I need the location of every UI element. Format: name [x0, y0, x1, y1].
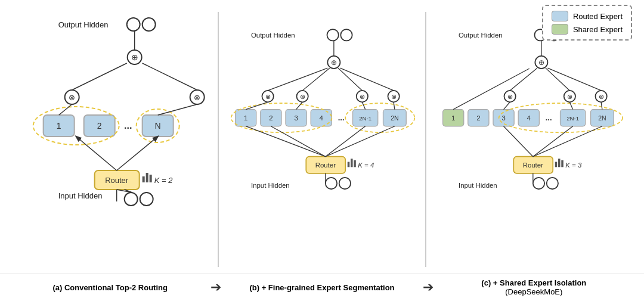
svg-text:⊗: ⊗: [391, 93, 397, 100]
diagrams-row: Output Hidden ⊕ ⊗ ⊗ 1: [0, 0, 644, 273]
output-hidden-label-a: Output Hidden: [58, 20, 109, 29]
diagram-a: Output Hidden ⊕ ⊗ ⊗ 1: [12, 6, 218, 273]
svg-rect-32: [125, 193, 138, 206]
svg-line-65: [302, 68, 330, 91]
svg-text:Output Hidden: Output Hidden: [251, 32, 295, 39]
svg-rect-77: [354, 160, 357, 167]
svg-text:3: 3: [501, 114, 505, 122]
svg-text:⊗: ⊗: [300, 93, 305, 100]
svg-text:K = 3: K = 3: [565, 162, 582, 169]
label-b: (b) + Fine-grained Expert Segmentation: [224, 283, 420, 292]
svg-text:2: 2: [97, 121, 102, 131]
svg-line-79: [246, 126, 326, 157]
svg-rect-1: [143, 18, 156, 31]
svg-line-68: [246, 102, 268, 109]
diagram-c-content: Output Hidden ⊕ ⊗ ⊗ ⊗ 1: [432, 11, 626, 213]
svg-text:⊕: ⊕: [538, 58, 544, 67]
svg-rect-124: [561, 160, 564, 167]
label-c-text: (c) + Shared Expert Isolation: [481, 278, 586, 287]
svg-rect-85: [326, 178, 337, 189]
legend: Routed Expert Shared Expert: [542, 5, 632, 41]
svg-rect-26: [150, 175, 152, 182]
svg-line-117: [569, 102, 572, 109]
label-b-text: (b) + Fine-grained Expert Segmentation: [249, 283, 394, 292]
svg-text:Input Hidden: Input Hidden: [58, 191, 103, 200]
svg-line-116: [503, 102, 510, 109]
legend-shared-label: Shared Expert: [573, 25, 623, 34]
svg-line-20: [143, 63, 197, 90]
svg-line-67: [340, 68, 394, 91]
svg-line-82: [326, 126, 395, 157]
bottom-labels: (a) Conventional Top-2 Routing ➔ (b) + F…: [0, 273, 644, 301]
label-c: (c) + Shared Expert Isolation (DeepSeekM…: [436, 278, 632, 296]
svg-text:Input Hidden: Input Hidden: [459, 182, 497, 189]
svg-text:⊗: ⊗: [567, 93, 572, 100]
diagram-c-svg: Output Hidden ⊕ ⊗ ⊗ ⊗ 1: [432, 11, 626, 213]
svg-text:...: ...: [338, 113, 345, 122]
svg-rect-122: [555, 162, 557, 167]
label-c-sub: (DeepSeekMoE): [505, 287, 562, 296]
svg-rect-24: [143, 176, 145, 182]
svg-line-115: [547, 68, 601, 91]
svg-rect-37: [327, 29, 339, 41]
legend-shared-icon: [552, 24, 568, 35]
svg-text:1: 1: [451, 114, 455, 122]
svg-text:1: 1: [244, 114, 247, 122]
svg-text:2: 2: [270, 114, 273, 122]
svg-text:4: 4: [527, 114, 531, 122]
svg-rect-86: [339, 178, 351, 189]
svg-text:⊗: ⊗: [194, 93, 200, 102]
svg-text:3: 3: [295, 114, 298, 122]
svg-rect-38: [341, 29, 352, 41]
legend-routed-label: Routed Expert: [573, 12, 623, 21]
svg-text:K = 4: K = 4: [358, 162, 374, 169]
legend-shared-expert: Shared Expert: [552, 24, 623, 35]
main-container: Routed Expert Shared Expert Output Hidde…: [0, 0, 644, 301]
svg-rect-132: [546, 178, 558, 189]
diagram-a-svg: Output Hidden ⊕ ⊗ ⊗ 1: [18, 11, 212, 213]
svg-line-29: [117, 136, 158, 170]
legend-routed-icon: [552, 11, 568, 21]
svg-line-71: [394, 102, 395, 109]
svg-text:Router: Router: [315, 162, 336, 169]
svg-text:2N: 2N: [598, 114, 606, 122]
diagram-c: Output Hidden ⊕ ⊗ ⊗ ⊗ 1: [426, 6, 632, 273]
svg-line-126: [503, 126, 532, 157]
label-a: (a) Conventional Top-2 Routing: [12, 283, 208, 292]
svg-text:1: 1: [57, 121, 61, 131]
svg-text:K = 2: K = 2: [154, 176, 173, 185]
svg-text:⊗: ⊗: [507, 93, 512, 100]
svg-line-80: [271, 126, 326, 157]
diagram-b-svg: Output Hidden ⊕ ⊗ ⊗ ⊗ ⊗: [225, 11, 419, 213]
svg-rect-0: [127, 18, 140, 31]
diagram-a-content: Output Hidden ⊕ ⊗ ⊗ 1: [18, 11, 212, 213]
svg-line-69: [296, 102, 303, 109]
svg-text:Input Hidden: Input Hidden: [251, 182, 290, 189]
svg-text:4: 4: [320, 114, 324, 122]
svg-line-118: [601, 102, 602, 109]
svg-rect-76: [351, 159, 353, 167]
svg-text:...: ...: [124, 120, 132, 131]
svg-text:⊗: ⊗: [598, 93, 603, 100]
arrow-ab: ➔: [210, 280, 221, 295]
svg-line-112: [453, 69, 529, 110]
svg-text:⊗: ⊗: [69, 93, 75, 102]
svg-text:2: 2: [476, 114, 480, 122]
svg-text:2N-1: 2N-1: [566, 115, 579, 122]
svg-line-17: [59, 104, 72, 115]
label-a-text: (a) Conventional Top-2 Routing: [52, 283, 168, 292]
diagram-b: Output Hidden ⊕ ⊗ ⊗ ⊗ ⊗: [219, 6, 425, 273]
svg-text:2N-1: 2N-1: [360, 115, 372, 122]
svg-text:...: ...: [545, 113, 552, 122]
legend-routed-expert: Routed Expert: [552, 11, 623, 21]
svg-text:⊕: ⊕: [131, 52, 138, 62]
svg-line-70: [363, 102, 366, 109]
svg-rect-33: [140, 193, 153, 206]
svg-rect-75: [348, 162, 350, 167]
svg-line-128: [532, 126, 602, 157]
svg-rect-123: [558, 159, 561, 167]
svg-text:2N: 2N: [391, 114, 398, 122]
svg-rect-131: [532, 178, 544, 189]
arrow-bc: ➔: [423, 280, 434, 295]
svg-text:N: N: [155, 121, 161, 131]
